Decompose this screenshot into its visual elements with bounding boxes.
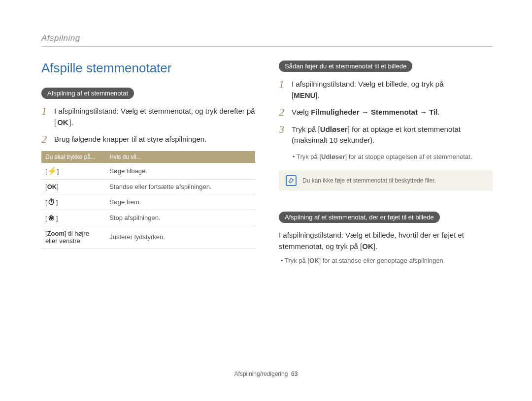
section-pill-add-memo: Sådan føjer du et stemmenotat til et bil… <box>279 61 412 72</box>
table-row: [Zoom] til højre eller venstre Justerer … <box>41 226 255 248</box>
table-row: [OK] Standse eller fortsætte afspilninge… <box>41 179 255 194</box>
ok-label: OK <box>57 117 68 128</box>
table-row: [⏱] Søge frem. <box>41 194 255 210</box>
ok-button-ref: OK <box>54 117 71 128</box>
step-1: 1 I afspilningstilstand: Vælg et stemmen… <box>41 106 255 128</box>
self-timer-icon: ⏱ <box>47 198 56 206</box>
step-1-text-b: . <box>71 118 73 126</box>
right-column: Sådan føjer du et stemmenotat til et bil… <box>279 61 493 266</box>
bracket: ] <box>57 168 59 175</box>
r-step2-b: Filmuligheder <box>311 108 359 116</box>
bracket: ] <box>56 199 58 206</box>
step-number: 1 <box>279 79 287 90</box>
row-desc: Justerer lydstyrken. <box>105 226 255 248</box>
r-step1-a: I afspilningstilstand: Vælg et billede, … <box>292 80 444 88</box>
table-header-to: Hvis du vil... <box>105 151 255 163</box>
menu-button-ref: MENU <box>294 91 315 99</box>
step-1-text-a: I afspilningstilstand: Vælg et stemmenot… <box>54 107 255 115</box>
footer-label: Afspilning/redigering <box>234 370 288 377</box>
bullet-stop-record: Tryk på [Udløser] for at stoppe optagels… <box>293 152 493 162</box>
bracket: ]. <box>315 91 319 99</box>
ok-label: OK <box>362 242 373 250</box>
row-desc: Standse eller fortsætte afspilningen. <box>105 179 255 194</box>
r-step2-e: . <box>437 108 439 116</box>
bullet-c: ] for at stoppe optagelsen af et stemmen… <box>345 153 472 160</box>
row-desc: Søge frem. <box>105 194 255 210</box>
row-desc: Søge tilbage. <box>105 163 255 180</box>
bullet-a: Tryk på [ <box>297 153 321 160</box>
r-step-3: 3 Tryk på [Udløser] for at optage et kor… <box>279 124 493 146</box>
ok-icon: OK <box>47 183 57 190</box>
arrow-icon: → <box>360 108 371 116</box>
section-pill-play-attached: Afspilning af et stemmenotat, der er føj… <box>279 212 440 223</box>
arrow-icon: → <box>418 108 429 116</box>
r-step2-a: Vælg <box>292 108 311 116</box>
para-play-attached: I afspilningstilstand: Vælg et billede, … <box>279 230 493 252</box>
step-2-text: Brug følgende knapper til at styre afspi… <box>54 134 255 145</box>
step-2: 2 Brug følgende knapper til at styre afs… <box>41 134 255 145</box>
shutter-label: Udløser <box>320 125 348 133</box>
step-number: 1 <box>41 106 49 117</box>
bullet2-b: ] for at standse eller genoptage afspiln… <box>319 257 445 264</box>
zoom-label: Zoom <box>47 230 65 237</box>
flash-icon: ⚡ <box>47 166 57 176</box>
table-row: [❀] Stop afspilningen. <box>41 210 255 226</box>
r-step-2: 2 Vælg Filmuligheder → Stemmenotat → Til… <box>279 107 493 118</box>
table-header-press: Du skal trykke på... <box>41 151 105 163</box>
table-row: [⚡] Søge tilbage. <box>41 163 255 180</box>
r-step3-a: Tryk på [ <box>292 125 320 133</box>
note-box: Du kan ikke føje et stemmenotat til besk… <box>279 170 493 191</box>
controls-table: Du skal trykke på... Hvis du vil... [⚡] … <box>41 151 255 248</box>
step-number: 3 <box>279 124 287 135</box>
page-footer: Afspilning/redigering 63 <box>0 370 532 377</box>
bracket: ] <box>56 215 58 222</box>
page-title: Afspille stemmenotater <box>41 61 255 76</box>
bracket: ] <box>57 183 59 190</box>
shutter-label: Udløser <box>321 153 345 160</box>
left-column: Afspille stemmenotater Afspilning af et … <box>41 61 255 266</box>
r-step2-d: Til <box>429 108 437 116</box>
section-pill-playback-memo: Afspilning af et stemmenotat <box>41 88 134 99</box>
r-step2-c: Stemmenotat <box>371 108 418 116</box>
step-number: 2 <box>279 107 287 118</box>
bullet2-a: Tryk på [ <box>285 257 309 264</box>
para-b: ]. <box>373 242 377 250</box>
note-icon <box>286 175 297 186</box>
step-number: 2 <box>41 134 49 145</box>
ok-label: OK <box>309 257 319 264</box>
r-step-1: 1 I afspilningstilstand: Vælg et billede… <box>279 79 493 101</box>
breadcrumb: Afspilning <box>41 33 493 47</box>
note-text: Du kan ikke føje et stemmenotat til besk… <box>302 177 436 184</box>
page-number: 63 <box>291 370 298 377</box>
row-desc: Stop afspilningen. <box>105 210 255 226</box>
bullet-pause-resume: Tryk på [OK] for at standse eller genopt… <box>281 256 493 266</box>
macro-flower-icon: ❀ <box>47 214 56 222</box>
